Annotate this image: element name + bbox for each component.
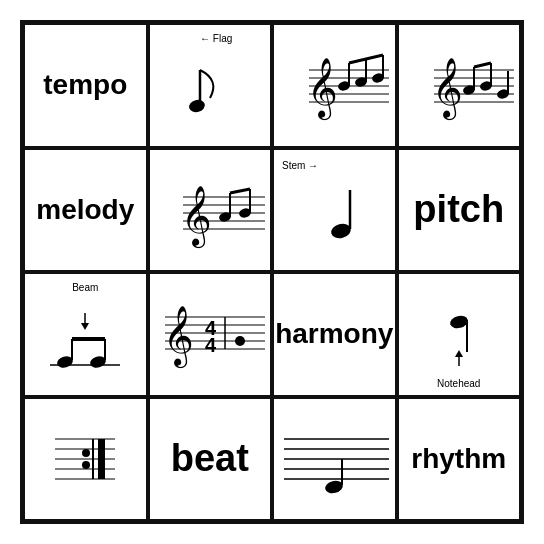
svg-point-71 xyxy=(82,461,90,469)
cell-treble-notes-2: 𝄞 xyxy=(397,23,522,148)
flag-label: ← Flag xyxy=(200,33,232,44)
cell-notehead: Notehead xyxy=(397,272,522,397)
stem-label: Stem → xyxy=(282,160,318,171)
eighth-note-flag-svg xyxy=(180,50,240,120)
cell-beat: beat xyxy=(148,397,273,522)
beam-svg xyxy=(40,297,130,372)
cell-pitch: pitch xyxy=(397,148,522,273)
svg-point-58 xyxy=(235,336,245,346)
melody-label: melody xyxy=(36,194,134,226)
svg-point-70 xyxy=(82,449,90,457)
treble-staff-1-svg: 𝄞 xyxy=(279,45,389,125)
treble-eighth-svg: 𝄞 xyxy=(155,167,265,252)
svg-text:4: 4 xyxy=(205,334,217,356)
svg-text:𝄞: 𝄞 xyxy=(163,306,194,369)
svg-marker-62 xyxy=(455,350,463,357)
pitch-label: pitch xyxy=(413,188,504,231)
beam-label-text: Beam xyxy=(72,282,98,293)
cell-staff-note xyxy=(272,397,397,522)
repeat-sign-svg xyxy=(50,419,120,499)
cell-flag: ← Flag xyxy=(148,23,273,148)
cell-repeat xyxy=(23,397,148,522)
cell-rhythm: rhythm xyxy=(397,397,522,522)
tempo-label: tempo xyxy=(43,69,127,101)
cell-tempo: tempo xyxy=(23,23,148,148)
svg-text:𝄞: 𝄞 xyxy=(307,58,338,121)
svg-text:𝄞: 𝄞 xyxy=(432,58,463,121)
cell-melody: melody xyxy=(23,148,148,273)
treble-staff-2-svg: 𝄞 xyxy=(404,45,514,125)
harmony-label: harmony xyxy=(275,318,393,350)
rhythm-label: rhythm xyxy=(411,443,506,475)
cell-treble-notes-1: 𝄞 xyxy=(272,23,397,148)
svg-text:𝄞: 𝄞 xyxy=(181,186,212,249)
staff-note-svg xyxy=(279,419,389,499)
cell-stem: Stem → xyxy=(272,148,397,273)
cell-treble-eighth: 𝄞 xyxy=(148,148,273,273)
cell-harmony: harmony xyxy=(272,272,397,397)
svg-point-1 xyxy=(187,98,206,114)
svg-line-38 xyxy=(230,189,250,193)
notehead-label: Notehead xyxy=(437,378,480,389)
cell-beam: Beam xyxy=(23,272,148,397)
svg-marker-42 xyxy=(81,323,89,330)
treble-44-svg: 𝄞 4 4 xyxy=(155,292,265,377)
svg-rect-68 xyxy=(98,439,105,479)
music-bingo-grid: tempo ← Flag 𝄞 xyxy=(20,20,524,524)
stem-note-svg xyxy=(299,175,369,245)
svg-line-27 xyxy=(474,63,491,67)
cell-treble-44: 𝄞 4 4 xyxy=(148,272,273,397)
beat-label: beat xyxy=(171,437,249,480)
notehead-svg xyxy=(414,294,504,374)
